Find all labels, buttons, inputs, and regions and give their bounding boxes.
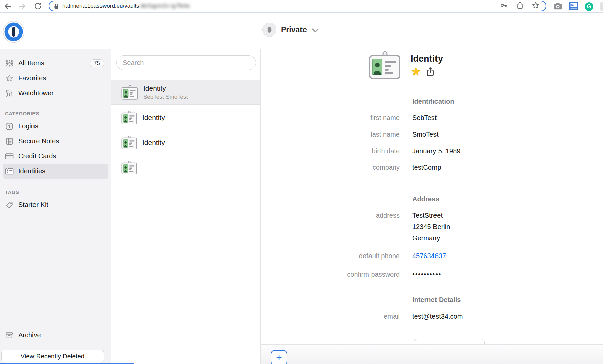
key-icon[interactable] xyxy=(500,1,508,11)
app-window: hatimeria.1password.eu/vaults dkr5qjzm2v… xyxy=(0,0,603,364)
sidebar-item-label: Starter Kit xyxy=(18,201,48,209)
sidebar-item-starter-kit[interactable]: Starter Kit xyxy=(0,197,111,212)
field-label: confirm password xyxy=(261,271,400,278)
field-value[interactable]: test@test34.com xyxy=(412,313,463,320)
field-row: last name SmoTest xyxy=(261,131,603,138)
identity-card-icon-large xyxy=(368,51,401,80)
note-icon xyxy=(5,137,14,145)
field-value[interactable]: January 5, 1989 xyxy=(412,147,460,155)
blue-extension-icon[interactable] xyxy=(569,2,578,12)
app-header: Private xyxy=(0,13,603,49)
credit-card-icon xyxy=(5,153,14,160)
keyhole-icon xyxy=(5,122,14,130)
item-subtitle: SebTest SmoTest xyxy=(143,94,188,100)
sidebar-item-label: All Items xyxy=(18,59,44,67)
tag-icon xyxy=(5,201,14,209)
field-row: email test@test34.com xyxy=(261,313,603,320)
field-label: last name xyxy=(261,131,400,138)
field-value-phone-link[interactable]: 457634637 xyxy=(412,252,446,260)
sidebar-item-identities[interactable]: Identities xyxy=(3,164,108,179)
sidebar-item-label: Favorites xyxy=(18,74,46,82)
send-share-icon[interactable] xyxy=(516,1,524,11)
field-label: address xyxy=(261,212,400,244)
browser-back-icon[interactable] xyxy=(3,2,12,11)
field-value[interactable]: SmoTest xyxy=(412,131,439,138)
sidebar-item-label: Identities xyxy=(18,167,45,175)
sidebar-item-label: Credit Cards xyxy=(18,152,56,160)
star-icon xyxy=(5,74,14,83)
browser-forward-icon[interactable] xyxy=(18,2,27,11)
id-card-icon xyxy=(5,168,14,175)
browser-refresh-icon[interactable] xyxy=(34,2,42,11)
search-input[interactable] xyxy=(116,55,256,70)
view-recently-deleted-button[interactable]: View Recently Deleted xyxy=(1,350,104,363)
url-redacted-text: dkr5qjzm2v lg7fb4a xyxy=(140,3,190,9)
field-label: default phone xyxy=(261,252,400,260)
vault-name: Private xyxy=(281,25,307,34)
item-detail-panel: Identity Identification first name SebTe… xyxy=(261,49,603,364)
sidebar-item-secure-notes[interactable]: Secure Notes xyxy=(0,134,111,149)
identity-card-icon xyxy=(121,85,138,100)
field-row: confirm password •••••••••• xyxy=(261,271,603,278)
field-label: birth date xyxy=(261,147,400,155)
bookmark-star-icon[interactable] xyxy=(532,1,540,11)
list-item[interactable] xyxy=(111,155,260,180)
vault-selector[interactable]: Private xyxy=(262,23,319,37)
vault-keyhole-icon xyxy=(262,23,276,37)
identity-card-icon xyxy=(121,111,137,125)
item-title: Identity xyxy=(143,84,188,92)
field-label: first name xyxy=(261,114,400,122)
grid-dots-icon xyxy=(5,59,14,67)
camera-extension-icon[interactable] xyxy=(553,2,562,12)
add-item-button[interactable]: + xyxy=(271,350,287,364)
grammarly-extension-icon[interactable]: G xyxy=(585,2,593,11)
divider xyxy=(111,74,260,74)
field-row: company testComp xyxy=(261,164,603,171)
sidebar-item-logins[interactable]: Logins xyxy=(0,119,111,134)
sidebar-item-label: Watchtower xyxy=(18,89,54,97)
sidebar-item-watchtower[interactable]: Watchtower xyxy=(0,86,111,101)
field-label: email xyxy=(261,313,400,320)
field-row: first name SebTest xyxy=(261,114,603,122)
field-value-address[interactable]: TestStreet 12345 Berlin Germany xyxy=(412,210,450,244)
field-value-password[interactable]: •••••••••• xyxy=(412,271,442,278)
sidebar-item-credit-cards[interactable]: Credit Cards xyxy=(0,149,111,164)
sidebar: All Items 75 Favorites Watchtower CATEGO… xyxy=(0,49,111,364)
chevron-down-icon xyxy=(312,28,319,33)
section-heading: Identification xyxy=(412,98,454,105)
field-value[interactable]: SebTest xyxy=(412,114,437,122)
field-row: address TestStreet 12345 Berlin Germany xyxy=(261,212,603,244)
section-heading: Address xyxy=(412,195,439,203)
identity-card-icon xyxy=(121,161,137,175)
sidebar-item-label: Secure Notes xyxy=(18,137,59,145)
address-bar[interactable]: hatimeria.1password.eu/vaults dkr5qjzm2v… xyxy=(49,1,546,11)
detail-footer-bar: + xyxy=(261,344,603,364)
list-item[interactable]: Identity xyxy=(111,130,260,155)
tower-icon xyxy=(5,89,14,98)
partial-profile-icon xyxy=(600,2,603,11)
item-list-panel: Identity SebTest SmoTest Identity Identi… xyxy=(111,49,261,364)
sidebar-item-label: Archive xyxy=(18,331,41,339)
sidebar-item-all-items[interactable]: All Items 75 xyxy=(0,56,111,71)
field-value[interactable]: testComp xyxy=(412,164,441,171)
section-heading: Internet Details xyxy=(412,296,461,304)
sidebar-item-favorites[interactable]: Favorites xyxy=(0,71,111,86)
list-item[interactable]: Identity SebTest SmoTest xyxy=(111,80,260,105)
sidebar-item-label: Logins xyxy=(18,122,38,130)
item-title: Identity xyxy=(142,114,165,122)
field-row: birth date January 5, 1989 xyxy=(261,147,603,155)
item-title: Identity xyxy=(142,139,165,147)
sidebar-item-archive[interactable]: Archive xyxy=(0,327,111,343)
lock-icon xyxy=(54,3,59,9)
sidebar-section-categories: CATEGORIES xyxy=(0,111,111,116)
sidebar-section-tags: TAGS xyxy=(0,189,111,195)
field-label: company xyxy=(261,164,400,171)
browser-toolbar: hatimeria.1password.eu/vaults dkr5qjzm2v… xyxy=(0,0,603,13)
share-icon[interactable] xyxy=(426,67,435,77)
favorite-star-icon[interactable] xyxy=(411,67,421,77)
onepassword-logo-icon xyxy=(3,21,25,44)
list-item[interactable]: Identity xyxy=(111,105,260,130)
item-title: Identity xyxy=(411,54,443,64)
url-text: hatimeria.1password.eu/vaults xyxy=(62,3,139,9)
field-row: default phone 457634637 xyxy=(261,252,603,260)
